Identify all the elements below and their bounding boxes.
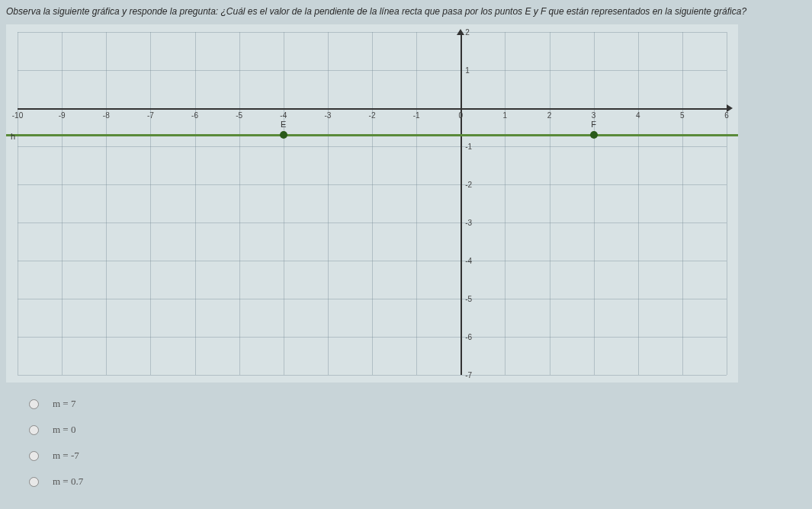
line-label: h <box>11 132 15 141</box>
point-label-e: E <box>281 120 286 129</box>
option-label: m = 0 <box>53 424 75 436</box>
line-h <box>6 134 738 136</box>
y-tick-label: -2 <box>465 181 472 189</box>
x-tick-label: -5 <box>236 111 242 120</box>
x-tick-label: -2 <box>369 111 376 120</box>
x-tick-label: -10 <box>12 111 23 120</box>
x-tick-label: 2 <box>547 111 552 120</box>
y-tick-label: -1 <box>465 142 472 151</box>
point-label-f: F <box>591 120 596 129</box>
option-row: m = -7 <box>29 450 806 462</box>
x-tick-label: -4 <box>280 111 287 120</box>
y-tick-label: 1 <box>465 66 470 75</box>
radio-button[interactable] <box>29 425 39 435</box>
point-f <box>590 131 598 139</box>
radio-button[interactable] <box>29 477 39 487</box>
question-text: Observa la siguiente gráfica y responde … <box>6 6 806 17</box>
x-tick-label: 4 <box>636 111 640 120</box>
option-row: m = 7 <box>29 398 806 410</box>
point-e <box>280 131 287 139</box>
y-tick-label: -7 <box>465 371 472 379</box>
x-tick-label: -1 <box>413 111 420 120</box>
x-tick-label: 1 <box>503 111 508 120</box>
x-tick-label: -3 <box>324 111 331 120</box>
coordinate-chart: -10-9-8-7-6-5-4-3-2-10123456-7-6-5-4-3-2… <box>6 24 738 383</box>
option-row: m = 0 <box>29 424 806 436</box>
option-label: m = -7 <box>53 450 79 462</box>
radio-button[interactable] <box>29 451 39 461</box>
answer-options: m = 7 m = 0 m = -7 m = 0.7 <box>6 398 806 488</box>
x-tick-label: -9 <box>59 111 66 120</box>
y-tick-label: 2 <box>465 28 470 37</box>
option-row: m = 0.7 <box>29 475 806 488</box>
x-tick-label: -8 <box>103 111 110 120</box>
x-tick-label: -7 <box>147 111 154 120</box>
y-tick-label: -5 <box>465 295 472 303</box>
option-label: m = 0.7 <box>53 475 83 488</box>
y-tick-label: -4 <box>465 257 472 265</box>
x-tick-label: -6 <box>191 111 198 120</box>
x-tick-label: 3 <box>592 111 596 120</box>
x-tick-label: 6 <box>724 111 729 120</box>
y-tick-label: -3 <box>465 219 472 227</box>
x-tick-label: 0 <box>458 111 463 120</box>
option-label: m = 7 <box>53 398 75 410</box>
x-tick-label: 5 <box>680 111 685 120</box>
radio-button[interactable] <box>29 399 39 409</box>
y-tick-label: -6 <box>465 333 472 341</box>
